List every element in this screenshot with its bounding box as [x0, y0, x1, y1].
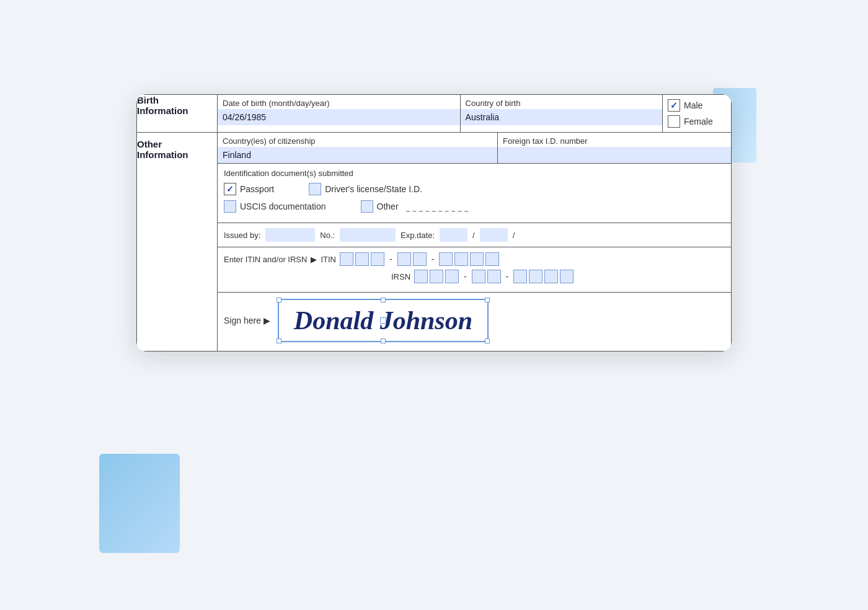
- itin-box-5[interactable]: [413, 252, 427, 266]
- irsn-box-5[interactable]: [487, 270, 501, 283]
- itin-box-group-2: [397, 252, 427, 266]
- birth-content-cell: Date of birth (month/day/year) 04/26/198…: [218, 95, 732, 133]
- itin-box-group-3: [439, 252, 499, 266]
- passport-item: Passport: [224, 183, 274, 195]
- date-slash-2: /: [513, 231, 515, 240]
- date-slash-1: /: [472, 231, 475, 240]
- irsn-box-group-3: [513, 270, 574, 283]
- issued-by-input[interactable]: [265, 228, 315, 242]
- itin-box-3[interactable]: [371, 252, 384, 266]
- passport-drivers-row: Passport Driver's license/State I.D.: [224, 183, 725, 195]
- irsn-box-1[interactable]: [414, 270, 428, 283]
- itin-text: ITIN: [321, 255, 336, 264]
- country-of-birth-cell: Country of birth Australia: [461, 95, 663, 132]
- citizenship-row: Country(ies) of citizenship Finland Fore…: [218, 133, 731, 164]
- id-docs-label: Identification document(s) submitted: [224, 169, 725, 178]
- other-doc-label: Other: [377, 201, 399, 211]
- birth-row: Birth Information Date of birth (month/d…: [137, 95, 732, 133]
- itin-box-group-1: [340, 252, 384, 266]
- birth-section-label: Birth Information: [137, 95, 218, 133]
- female-row: Female: [668, 113, 726, 130]
- irsn-box-8[interactable]: [544, 270, 558, 283]
- irsn-box-6[interactable]: [513, 270, 527, 283]
- exp-date-label: Exp.date:: [401, 231, 435, 240]
- itin-section: Enter ITIN and/or IRSN ▶ ITIN -: [218, 247, 731, 293]
- irsn-text: IRSN: [391, 272, 410, 281]
- drivers-license-checkbox[interactable]: [309, 183, 321, 195]
- issued-by-row: Issued by: No.: Exp.date: / /: [218, 223, 731, 247]
- sign-here-label: Sign here ▶: [224, 316, 270, 325]
- gender-cell: Male Female: [663, 95, 731, 132]
- country-of-birth-value[interactable]: Australia: [461, 109, 662, 125]
- sig-handle-bl: [277, 338, 281, 343]
- card-container: Birth Information Date of birth (month/d…: [136, 94, 732, 516]
- foreign-tax-value[interactable]: [498, 147, 731, 163]
- female-label: Female: [684, 117, 713, 126]
- other-doc-item: Other: [361, 200, 468, 213]
- other-dashed-line: [406, 201, 468, 212]
- male-label: Male: [684, 100, 702, 110]
- foreign-tax-col: Foreign tax I.D. number: [498, 133, 731, 163]
- itin-enter-label: Enter ITIN and/or IRSN: [224, 255, 307, 264]
- foreign-tax-label: Foreign tax I.D. number: [498, 133, 731, 147]
- other-info-row: Other Information Country(ies) of citize…: [137, 133, 732, 351]
- irsn-box-2[interactable]: [430, 270, 443, 283]
- sig-handle-tm: [381, 298, 386, 303]
- irsn-box-3[interactable]: [445, 270, 459, 283]
- itin-row: Enter ITIN and/or IRSN ▶ ITIN -: [224, 252, 725, 266]
- birth-inner-row: Date of birth (month/day/year) 04/26/198…: [218, 95, 731, 132]
- no-label: No.:: [320, 231, 335, 240]
- male-checkbox[interactable]: [668, 99, 680, 112]
- irsn-box-group-2: [472, 270, 501, 283]
- itin-arrow: ▶: [311, 255, 317, 264]
- irsn-box-group-1: [414, 270, 459, 283]
- other-doc-checkbox[interactable]: [361, 200, 373, 213]
- citizenship-value[interactable]: Finland: [218, 147, 497, 163]
- date-of-birth-value[interactable]: 04/26/1985: [218, 109, 460, 125]
- form-card: Birth Information Date of birth (month/d…: [136, 94, 732, 351]
- deco-bottom-left: [99, 454, 180, 553]
- no-input[interactable]: [340, 228, 396, 242]
- signature-section: Sign here ▶ Donald Johnson: [218, 293, 731, 351]
- irsn-box-7[interactable]: [529, 270, 542, 283]
- itin-box-4[interactable]: [397, 252, 411, 266]
- issued-by-label: Issued by:: [224, 231, 260, 240]
- signature-box[interactable]: Donald Johnson: [278, 299, 489, 342]
- itin-dash-2: -: [430, 254, 436, 264]
- passport-checkbox[interactable]: [224, 183, 236, 195]
- citizenship-label: Country(ies) of citizenship: [218, 133, 497, 147]
- country-of-birth-label: Country of birth: [461, 95, 662, 109]
- female-checkbox[interactable]: [668, 115, 680, 128]
- other-content-cell: Country(ies) of citizenship Finland Fore…: [218, 133, 732, 351]
- itin-box-2[interactable]: [355, 252, 369, 266]
- sign-here-arrow: ▶: [264, 316, 270, 325]
- other-section-label: Other Information: [137, 133, 218, 351]
- irsn-dash-2: -: [505, 272, 510, 281]
- irsn-box-4[interactable]: [472, 270, 485, 283]
- uscis-item: USCIS documentation: [224, 200, 326, 213]
- male-row: Male: [668, 97, 726, 113]
- citizenship-col: Country(ies) of citizenship Finland: [218, 133, 498, 163]
- passport-label: Passport: [240, 184, 274, 194]
- uscis-checkbox[interactable]: [224, 200, 236, 213]
- date-of-birth-label: Date of birth (month/day/year): [218, 95, 460, 109]
- drivers-license-label: Driver's license/State I.D.: [325, 184, 422, 194]
- itin-box-1[interactable]: [340, 252, 353, 266]
- itin-box-8[interactable]: [470, 252, 484, 266]
- irsn-row: IRSN -: [224, 270, 725, 283]
- irsn-box-9[interactable]: [560, 270, 574, 283]
- exp-month-input[interactable]: [440, 228, 467, 242]
- id-doc-section: Identification document(s) submitted Pas…: [218, 164, 731, 223]
- date-of-birth-cell: Date of birth (month/day/year) 04/26/198…: [218, 95, 461, 132]
- sig-handle-tr: [485, 298, 490, 303]
- form-table: Birth Information Date of birth (month/d…: [136, 94, 732, 351]
- uscis-other-row: USCIS documentation Other: [224, 200, 725, 213]
- drivers-license-item: Driver's license/State I.D.: [309, 183, 422, 195]
- itin-box-9[interactable]: [485, 252, 499, 266]
- itin-box-6[interactable]: [439, 252, 453, 266]
- itin-box-7[interactable]: [454, 252, 468, 266]
- sign-here-text: Sign here: [224, 316, 261, 325]
- sig-handle-br: [485, 338, 490, 343]
- exp-day-input[interactable]: [480, 228, 508, 242]
- irsn-dash-1: -: [463, 272, 468, 281]
